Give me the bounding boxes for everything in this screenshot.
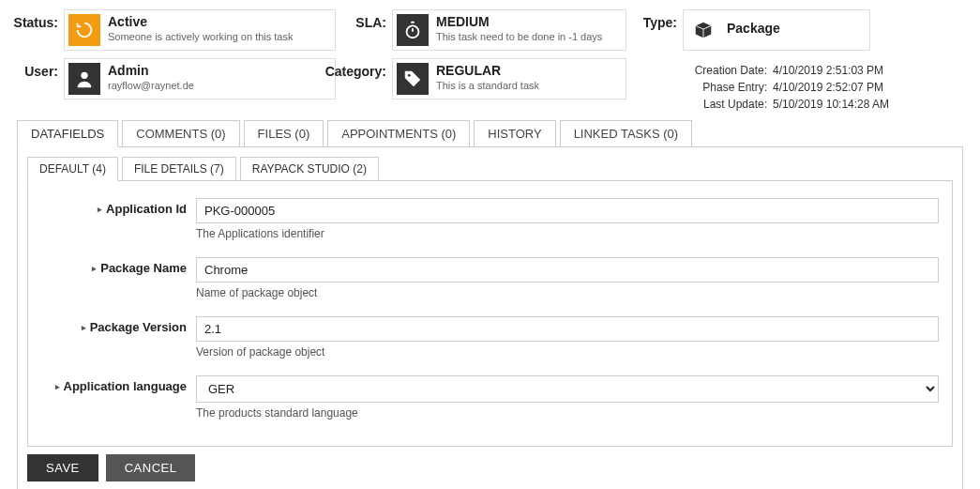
meta-phase-val: 4/10/2019 2:52:07 PM xyxy=(773,79,913,96)
subtab-file-details[interactable]: FILE DETAILS (7) xyxy=(122,157,236,181)
svg-point-1 xyxy=(81,72,87,79)
package-icon xyxy=(687,14,719,46)
select-application-language[interactable]: GER xyxy=(196,375,939,403)
meta-creation-val: 4/10/2019 2:51:03 PM xyxy=(773,62,913,79)
user-icon xyxy=(68,63,100,95)
tab-files[interactable]: FILES (0) xyxy=(244,120,324,147)
help-app-language: The products standard language xyxy=(196,406,939,420)
category-label: Category: xyxy=(325,58,386,79)
input-package-version[interactable] xyxy=(196,316,939,342)
input-application-id[interactable] xyxy=(196,198,939,223)
sla-title: MEDIUM xyxy=(436,14,602,30)
input-package-name[interactable] xyxy=(196,257,939,283)
sla-desc: This task need to be done in -1 days xyxy=(436,30,602,43)
type-title: Package xyxy=(727,14,780,37)
user-email: rayflow@raynet.de xyxy=(108,79,194,92)
user-label: User: xyxy=(24,58,58,79)
status-cell: Active Someone is actively working on th… xyxy=(64,9,336,51)
tab-datafields[interactable]: DATAFIELDS xyxy=(17,120,118,147)
sla-label: SLA: xyxy=(355,9,386,30)
tab-linked-tasks[interactable]: LINKED TASKS (0) xyxy=(560,120,693,147)
status-title: Active xyxy=(108,14,293,30)
meta-block: Creation Date: 4/10/2019 2:51:03 PM Phas… xyxy=(683,58,913,113)
cancel-button[interactable]: CANCEL xyxy=(106,454,196,481)
status-desc: Someone is actively working on this task xyxy=(108,30,293,43)
subtab-default[interactable]: DEFAULT (4) xyxy=(27,157,118,181)
main-tabs: DATAFIELDS COMMENTS (0) FILES (0) APPOIN… xyxy=(17,120,963,147)
field-label-package-version: Package Version xyxy=(90,320,187,334)
help-package-version: Version of package object xyxy=(196,345,939,359)
caret-icon: ▸ xyxy=(55,382,60,391)
help-application-id: The Applications identifier xyxy=(196,227,939,240)
help-package-name: Name of package object xyxy=(196,286,939,299)
tab-appointments[interactable]: APPOINTMENTS (0) xyxy=(327,120,470,147)
meta-phase-key: Phase Entry: xyxy=(683,79,767,96)
sub-tabs: DEFAULT (4) FILE DETAILS (7) RAYPACK STU… xyxy=(27,157,953,181)
user-cell: Admin rayflow@raynet.de xyxy=(64,58,336,99)
caret-icon: ▸ xyxy=(82,323,86,332)
tag-icon xyxy=(397,63,429,95)
save-button[interactable]: SAVE xyxy=(27,454,98,481)
tab-history[interactable]: HISTORY xyxy=(474,120,555,147)
type-cell: Package xyxy=(683,9,870,51)
status-label: Status: xyxy=(14,9,58,30)
subtab-raypack-studio[interactable]: RAYPACK STUDIO (2) xyxy=(240,157,379,181)
svg-point-2 xyxy=(408,74,411,77)
category-desc: This is a standard task xyxy=(436,79,539,92)
type-label: Type: xyxy=(643,9,677,30)
caret-icon: ▸ xyxy=(98,205,102,214)
category-cell: REGULAR This is a standard task xyxy=(392,58,626,99)
category-title: REGULAR xyxy=(436,63,539,79)
caret-icon: ▸ xyxy=(92,264,97,273)
field-label-app-id: Application Id xyxy=(106,202,187,216)
tab-comments[interactable]: COMMENTS (0) xyxy=(122,120,239,147)
meta-creation-key: Creation Date: xyxy=(683,62,767,79)
status-active-icon xyxy=(68,14,100,46)
meta-update-key: Last Update: xyxy=(683,96,767,113)
sla-cell: MEDIUM This task need to be done in -1 d… xyxy=(392,9,626,51)
field-label-app-language: Application language xyxy=(64,379,187,393)
meta-update-val: 5/10/2019 10:14:28 AM xyxy=(773,96,913,113)
user-title: Admin xyxy=(108,63,194,79)
stopwatch-icon xyxy=(397,14,429,46)
field-label-package-name: Package Name xyxy=(100,261,187,275)
